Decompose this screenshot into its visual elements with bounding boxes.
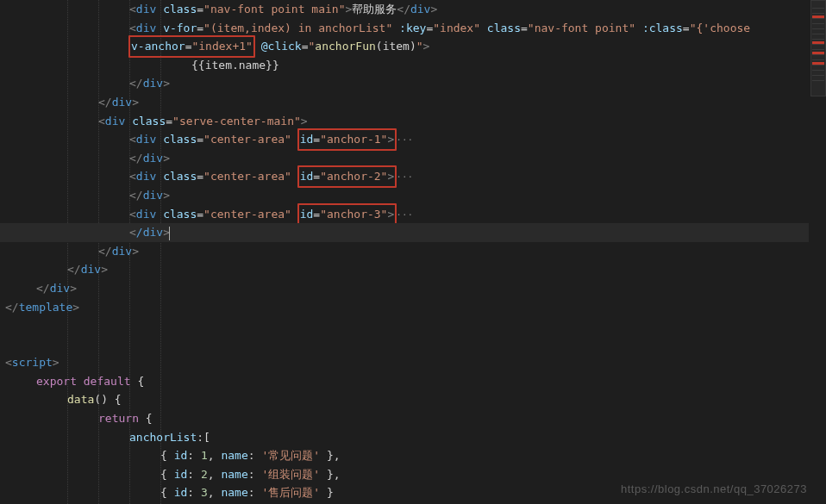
watermark: https://blog.csdn.net/qq_37026273 [621, 480, 807, 499]
code-editor[interactable]: <div class="nav-font point main">帮助服务</d… [0, 0, 826, 504]
code-line[interactable]: anchorList:[ [0, 428, 809, 447]
code-line[interactable] [0, 316, 809, 335]
code-line[interactable]: </div> [0, 223, 809, 242]
code-line[interactable]: <div class="nav-font point main">帮助服务</d… [0, 0, 809, 19]
highlight-box: id="anchor-1"> [297, 128, 397, 151]
code-line[interactable]: {{item.name}} [0, 56, 809, 75]
code-line[interactable]: </div> [0, 242, 809, 261]
code-line[interactable]: <script> [0, 353, 809, 372]
code-line[interactable] [0, 335, 809, 354]
minimap[interactable] [810, 0, 826, 504]
code-line[interactable]: <div class="center-area" id="anchor-3">·… [0, 205, 809, 224]
code-line[interactable]: export default { [0, 372, 809, 391]
code-line[interactable]: </template> [0, 298, 809, 317]
highlight-box: id="anchor-2"> [297, 165, 397, 188]
code-line[interactable]: </div> [0, 279, 809, 298]
code-line[interactable]: </div> [0, 149, 809, 168]
code-line[interactable]: </div> [0, 93, 809, 112]
code-line[interactable]: <div class="serve-center-main"> [0, 112, 809, 131]
code-line[interactable]: return { [0, 409, 809, 428]
code-line[interactable]: <div class="center-area" id="anchor-1">·… [0, 130, 809, 149]
code-area[interactable]: <div class="nav-font point main">帮助服务</d… [0, 0, 809, 504]
code-line[interactable]: </div> [0, 260, 809, 279]
code-line[interactable]: data() { [0, 390, 809, 409]
code-line[interactable]: v-anchor="index+1" @click="anchorFun(ite… [0, 37, 809, 56]
text-cursor [169, 227, 170, 240]
highlight-box: v-anchor="index+1" [128, 35, 255, 58]
highlight-box: id="anchor-3"> [297, 203, 397, 226]
code-line[interactable]: </div> [0, 186, 809, 205]
code-line[interactable]: </div> [0, 74, 809, 93]
minimap-viewport[interactable] [810, 0, 826, 96]
code-line[interactable]: <div class="center-area" id="anchor-2">·… [0, 167, 809, 186]
code-line[interactable]: <div v-for="(item,index) in anchorList" … [0, 19, 809, 38]
code-line[interactable]: { id: 1, name: '常见问题' }, [0, 446, 809, 465]
